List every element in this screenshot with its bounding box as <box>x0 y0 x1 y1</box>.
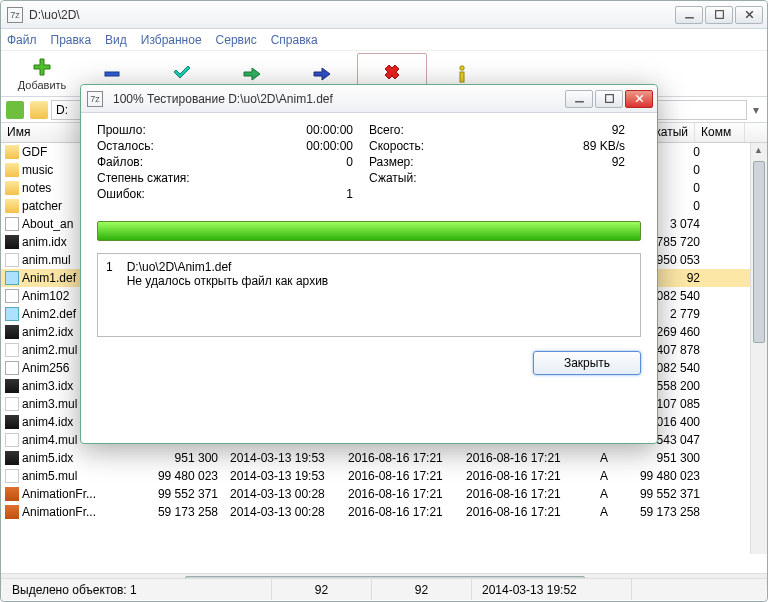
size-label: Размер: <box>369 155 612 171</box>
arrow-right-blue-icon <box>312 64 332 84</box>
file-icon <box>5 451 19 465</box>
close-button[interactable]: Закрыть <box>533 351 641 375</box>
elapsed-value: 00:00:00 <box>306 123 369 139</box>
file-accessed: 2016-08-16 17:21 <box>462 505 580 519</box>
file-name: Anim1.def <box>22 271 76 285</box>
file-icon <box>5 361 19 375</box>
info-icon <box>452 64 472 84</box>
minimize-button[interactable] <box>675 6 703 24</box>
file-name: Anim256 <box>22 361 69 375</box>
errors-value: 1 <box>346 187 369 203</box>
file-name: anim3.mul <box>22 397 77 411</box>
status-size2: 92 <box>372 579 472 600</box>
file-icon <box>5 307 19 321</box>
errors-label: Ошибок: <box>97 187 346 203</box>
dlg-title: 100% Тестирование D:\uo\2D\Anim1.def <box>113 92 565 106</box>
file-name: AnimationFr... <box>22 505 96 519</box>
maximize-button[interactable] <box>705 6 733 24</box>
vertical-scrollbar[interactable] <box>750 143 767 554</box>
total-label: Всего: <box>369 123 612 139</box>
file-name: patcher <box>22 199 62 213</box>
file-icon <box>5 253 19 267</box>
menu-service[interactable]: Сервис <box>216 33 257 47</box>
file-name: Anim102 <box>22 289 69 303</box>
file-accessed: 2016-08-16 17:21 <box>462 451 580 465</box>
main-title: D:\uo\2D\ <box>29 8 675 22</box>
file-icon <box>5 199 19 213</box>
menu-file[interactable]: Файл <box>7 33 37 47</box>
check-icon <box>172 64 192 84</box>
file-size: 59 173 258 <box>131 505 226 519</box>
packed-value <box>625 171 641 187</box>
menu-view[interactable]: Вид <box>105 33 127 47</box>
file-modified: 2014-03-13 19:53 <box>226 451 344 465</box>
speed-label: Скорость: <box>369 139 583 155</box>
tb-add[interactable]: Добавить <box>7 53 77 95</box>
status-size1: 92 <box>272 579 372 600</box>
file-accessed: 2016-08-16 17:21 <box>462 469 580 483</box>
file-name: anim4.mul <box>22 433 77 447</box>
main-titlebar[interactable]: 7z D:\uo\2D\ <box>1 1 767 29</box>
remain-value: 00:00:00 <box>306 139 369 155</box>
file-name: anim2.mul <box>22 343 77 357</box>
x-icon <box>382 64 402 84</box>
minus-icon <box>102 64 122 84</box>
progress-bar <box>97 221 641 241</box>
file-name: music <box>22 163 53 177</box>
file-icon <box>5 217 19 231</box>
size-value: 92 <box>612 155 641 171</box>
arrow-right-green-icon <box>242 64 262 84</box>
file-icon <box>5 469 19 483</box>
error-list: 1D:\uo\2D\Anim1.def 1Не удалось открыть … <box>97 253 641 337</box>
plus-icon <box>32 57 52 77</box>
menu-fav[interactable]: Избранное <box>141 33 202 47</box>
file-packed: 951 300 <box>628 451 708 465</box>
table-row[interactable]: anim5.mul99 480 0232014-03-13 19:532016-… <box>1 467 767 485</box>
file-modified: 2014-03-13 19:53 <box>226 469 344 483</box>
table-row[interactable]: AnimationFr...99 552 3712014-03-13 00:28… <box>1 485 767 503</box>
remain-label: Осталось: <box>97 139 306 155</box>
file-name: anim2.idx <box>22 325 73 339</box>
ratio-value <box>353 171 369 187</box>
file-accessed: 2016-08-16 17:21 <box>462 487 580 501</box>
col-comm[interactable]: Комм <box>695 123 745 142</box>
file-icon <box>5 433 19 447</box>
file-size: 99 480 023 <box>131 469 226 483</box>
chevron-down-icon[interactable]: ▾ <box>747 103 765 117</box>
file-attr: A <box>580 451 628 465</box>
menu-edit[interactable]: Правка <box>51 33 92 47</box>
app-icon: 7z <box>7 7 23 23</box>
dlg-close-button[interactable] <box>625 90 653 108</box>
menu-help[interactable]: Справка <box>271 33 318 47</box>
up-icon[interactable] <box>6 101 24 119</box>
dlg-minimize-button[interactable] <box>565 90 593 108</box>
dlg-titlebar[interactable]: 7z 100% Тестирование D:\uo\2D\Anim1.def <box>81 85 657 113</box>
file-created: 2016-08-16 17:21 <box>344 469 462 483</box>
file-name: anim5.mul <box>22 469 77 483</box>
file-name: AnimationFr... <box>22 487 96 501</box>
table-row[interactable]: anim5.idx951 3002014-03-13 19:532016-08-… <box>1 449 767 467</box>
file-attr: A <box>580 469 628 483</box>
test-dialog: 7z 100% Тестирование D:\uo\2D\Anim1.def … <box>80 84 658 444</box>
file-name: About_an <box>22 217 73 231</box>
dlg-maximize-button[interactable] <box>595 90 623 108</box>
statusbar: Выделено объектов: 1 92 92 2014-03-13 19… <box>2 578 766 600</box>
file-packed: 59 173 258 <box>628 505 708 519</box>
file-icon <box>5 487 19 501</box>
err-index: 1 <box>106 260 113 274</box>
close-button[interactable] <box>735 6 763 24</box>
folder-icon <box>30 101 48 119</box>
elapsed-label: Прошло: <box>97 123 306 139</box>
table-row[interactable]: AnimationFr...59 173 2582014-03-13 00:28… <box>1 503 767 521</box>
svg-rect-6 <box>460 72 464 82</box>
file-name: anim.idx <box>22 235 67 249</box>
file-name: GDF <box>22 145 47 159</box>
file-created: 2016-08-16 17:21 <box>344 505 462 519</box>
menubar: Файл Правка Вид Избранное Сервис Справка <box>1 29 767 51</box>
file-attr: A <box>580 505 628 519</box>
file-icon <box>5 325 19 339</box>
file-created: 2016-08-16 17:21 <box>344 487 462 501</box>
svg-rect-1 <box>715 11 723 19</box>
file-name: anim.mul <box>22 253 71 267</box>
packed-label: Сжатый: <box>369 171 625 187</box>
